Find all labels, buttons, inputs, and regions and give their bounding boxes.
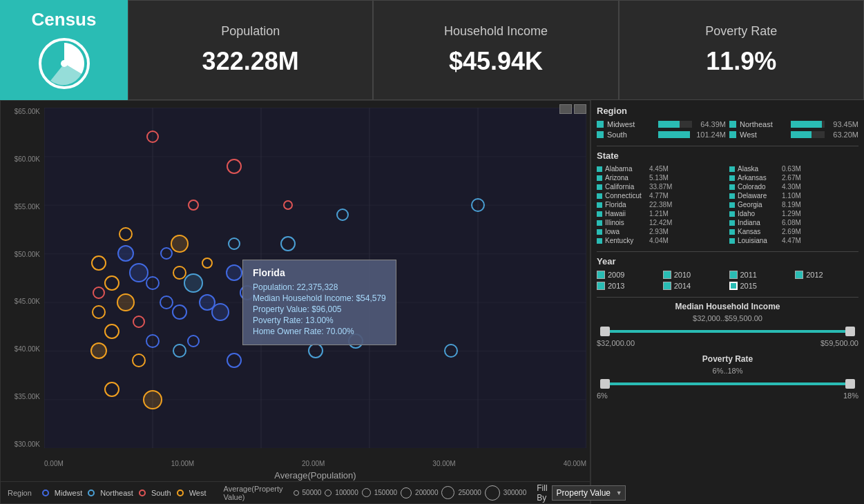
year-2015-check	[729, 282, 738, 290]
year-2011[interactable]: 2011	[729, 271, 793, 279]
state-kentucky[interactable]: Kentucky4.04M	[597, 237, 726, 244]
region-northeast-name: Northeast	[740, 120, 785, 128]
bubble-0	[146, 130, 159, 143]
bubble-10	[202, 258, 213, 269]
year-2015[interactable]: 2015	[729, 282, 793, 290]
census-icon	[37, 36, 92, 91]
state-colorado[interactable]: Colorado4.30M	[729, 183, 858, 191]
state-delaware-name: Delaware	[738, 192, 779, 200]
x-tick-4: 40.00M	[564, 460, 586, 467]
state-delaware-val: 1.10M	[782, 192, 801, 200]
state-arkansas[interactable]: Arkansas2.67M	[729, 174, 858, 182]
region-section: Region Midwest 64.39M Northeast 93	[597, 106, 858, 139]
bubble-34	[143, 390, 162, 409]
chart-area: $65.00K $60.00K $55.00K $50.00K $45.00K …	[0, 100, 591, 504]
state-iowa[interactable]: Iowa2.93M	[597, 228, 726, 235]
state-florida-name: Florida	[605, 201, 646, 209]
poverty-slider-handle-right[interactable]	[845, 379, 855, 389]
year-2014[interactable]: 2014	[663, 282, 727, 290]
state-idaho-name: Idaho	[738, 210, 779, 217]
state-louisiana-sq	[729, 238, 735, 244]
state-alaska[interactable]: Alaska0.63M	[729, 165, 858, 173]
region-midwest-square	[597, 121, 604, 128]
state-illinois[interactable]: Illinois12.42M	[597, 219, 726, 226]
region-northeast-square	[729, 121, 736, 128]
state-florida[interactable]: Florida22.38M	[597, 201, 726, 209]
state-alabama-sq	[597, 166, 602, 172]
region-midwest[interactable]: Midwest 64.39M	[597, 120, 726, 128]
state-idaho[interactable]: Idaho1.29M	[729, 210, 858, 217]
year-section: Year 2009 2010 2011 2012 2013 2014 2015	[597, 256, 858, 290]
year-2010-check	[663, 271, 671, 279]
region-northeast-bar-wrap	[791, 121, 825, 128]
bubble-17	[184, 273, 203, 293]
state-hawaii[interactable]: Hawaii1.21M	[597, 210, 726, 217]
logo-title: Census	[32, 9, 97, 30]
household-income-stat: Household Income $45.94K	[373, 0, 618, 100]
state-louisiana[interactable]: Louisiana4.47M	[729, 237, 858, 244]
year-2015-label: 2015	[740, 282, 757, 290]
bubble-26	[211, 303, 229, 321]
region-west-bar-wrap	[791, 131, 825, 138]
region-midwest-val: 64.39M	[698, 120, 726, 128]
state-kentucky-sq	[597, 238, 602, 244]
poverty-rate-label: Poverty Rate	[705, 24, 777, 39]
bubble-300k	[485, 485, 500, 501]
region-midwest-bar-wrap	[658, 121, 692, 128]
bubble-37	[444, 344, 458, 358]
state-alabama[interactable]: Alabama4.45M	[597, 165, 726, 173]
bubble-40	[348, 333, 363, 349]
year-2013[interactable]: 2013	[597, 282, 660, 290]
state-illinois-val: 12.42M	[649, 219, 672, 226]
income-slider-handle-right[interactable]	[845, 327, 855, 336]
state-arizona[interactable]: Arizona5.13M	[597, 174, 726, 182]
state-indiana[interactable]: Indiana6.08M	[729, 219, 858, 226]
income-slider-track[interactable]	[600, 325, 855, 338]
state-colorado-sq	[729, 184, 735, 190]
bubble-35	[173, 344, 186, 358]
poverty-slider-range: 6%..18%	[597, 367, 858, 375]
bubble-23	[92, 305, 106, 319]
income-slider-min: $32,000.00	[597, 339, 635, 347]
y-tick-6: $60.00K	[15, 155, 40, 163]
region-west-bar	[791, 131, 812, 138]
state-arizona-name: Arizona	[605, 174, 646, 182]
x-tick-0: 0.00M	[44, 460, 64, 467]
poverty-slider-handle-left[interactable]	[600, 379, 610, 389]
region-northeast[interactable]: Northeast 93.45M	[729, 120, 858, 128]
divider-2	[597, 251, 858, 252]
region-west[interactable]: West 63.20M	[729, 130, 858, 139]
state-kansas[interactable]: Kansas2.69M	[729, 228, 858, 235]
chart-btn-1[interactable]	[559, 104, 572, 114]
population-stat: Population 322.28M	[128, 0, 373, 100]
population-label: Population	[221, 24, 280, 39]
bubble-20	[117, 293, 135, 311]
poverty-slider-max: 18%	[843, 391, 858, 400]
bubble-4	[119, 227, 133, 241]
fill-by-select[interactable]: Property Value	[552, 485, 626, 501]
year-2009[interactable]: 2009	[597, 271, 660, 279]
income-slider-handle-left[interactable]	[600, 327, 610, 336]
year-2013-label: 2013	[608, 282, 624, 290]
state-alaska-name: Alaska	[738, 165, 779, 173]
state-idaho-val: 1.29M	[782, 210, 801, 217]
state-delaware[interactable]: Delaware1.10M	[729, 192, 858, 200]
income-slider-title: Median Household Income	[597, 302, 858, 311]
year-2010[interactable]: 2010	[663, 271, 727, 279]
fill-by-select-wrap[interactable]: Property Value	[552, 485, 626, 501]
plot-area	[44, 108, 586, 448]
y-tick-4: $50.00K	[15, 251, 40, 258]
state-georgia[interactable]: Georgia8.19M	[729, 201, 858, 209]
state-california[interactable]: California33.87M	[597, 183, 726, 191]
state-california-name: California	[605, 183, 646, 191]
poverty-slider-track[interactable]	[600, 378, 855, 390]
state-connecticut-name: Connecticut	[605, 192, 646, 200]
bubble-6	[228, 238, 240, 250]
chart-btn-2[interactable]	[574, 104, 586, 114]
bubble-19	[93, 287, 105, 299]
bubble-15	[104, 275, 119, 291]
region-south[interactable]: South 101.24M	[597, 130, 726, 139]
region-south-name: South	[607, 130, 652, 139]
state-connecticut[interactable]: Connecticut4.77M	[597, 192, 726, 200]
year-2012[interactable]: 2012	[795, 271, 858, 279]
